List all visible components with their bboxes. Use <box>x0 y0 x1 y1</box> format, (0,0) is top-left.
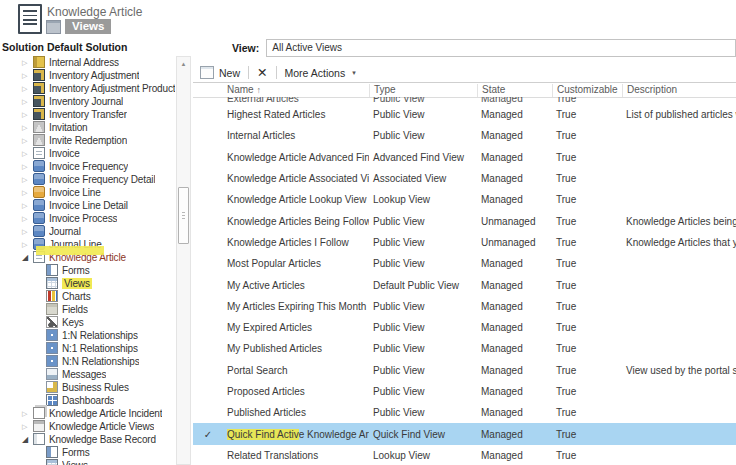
grid-row-internal-articles[interactable]: Internal ArticlesPublic ViewManagedTrue <box>193 125 736 146</box>
tree-item-knowledge-article-incident[interactable]: ▷Knowledge Article Incident <box>0 407 175 420</box>
collapsed-expander-icon[interactable]: ▷ <box>22 70 33 81</box>
notebook-icon <box>33 82 45 94</box>
tree-item-dashboards[interactable]: Dashboards <box>0 394 175 407</box>
tree-item-forms[interactable]: Forms <box>0 446 175 459</box>
grid-row-knowledge-articles-i-follow[interactable]: Knowledge Articles I FollowPublic ViewUn… <box>193 232 736 253</box>
collapsed-expander-icon[interactable]: ▷ <box>22 96 33 107</box>
tree-item-invoice-line[interactable]: ▷Invoice Line <box>0 186 175 199</box>
collapsed-expander-icon[interactable]: ▷ <box>22 213 33 224</box>
tree-item-invoice-frequency-detail[interactable]: ▷Invoice Frequency Detail <box>0 173 175 186</box>
tree-item-label: Messages <box>62 369 106 380</box>
tree-item-views[interactable]: Views <box>0 277 175 290</box>
expanded-expander-icon[interactable]: ◢ <box>22 434 33 445</box>
grid-body: External ArticlesPublic ViewManagedTrueH… <box>193 97 736 465</box>
tree-item-label: Dashboards <box>62 395 114 406</box>
grid-row-knowledge-article-associated-view[interactable]: Knowledge Article Associated ViewAssocia… <box>193 168 736 189</box>
collapsed-expander-icon[interactable]: ▷ <box>22 161 33 172</box>
tree-item-messages[interactable]: Messages <box>0 368 175 381</box>
collapsed-expander-icon[interactable]: ▷ <box>22 421 33 432</box>
column-header-type[interactable]: Type <box>369 84 477 97</box>
tree-item-invoice-line-detail[interactable]: ▷Invoice Line Detail <box>0 199 175 212</box>
entity-blue-icon <box>33 160 45 172</box>
tree-item-knowledge-base-record[interactable]: ◢Knowledge Base Record <box>0 433 175 446</box>
grid-row-quick-find-active-knowledge-articl[interactable]: ✓Quick Find Active Knowledge Articl...Qu… <box>193 423 736 444</box>
grid-row-external-articles[interactable]: External ArticlesPublic ViewManagedTrue <box>193 97 736 104</box>
grid-row-my-expired-articles[interactable]: My Expired ArticlesPublic ViewManagedTru… <box>193 317 736 338</box>
tree-item-inventory-transfer[interactable]: ▷Inventory Transfer <box>0 108 175 121</box>
expanded-expander-icon[interactable]: ◢ <box>22 252 33 263</box>
page-icon <box>33 147 45 159</box>
delete-button[interactable]: ✕ <box>257 65 267 80</box>
grid-row-most-popular-articles[interactable]: Most Popular ArticlesPublic ViewManagedT… <box>193 253 736 274</box>
cell-type: Default Public View <box>369 280 477 291</box>
collapsed-expander-icon[interactable]: ▷ <box>22 200 33 211</box>
tree-item-journal[interactable]: ▷Journal <box>0 225 175 238</box>
scroll-up-icon[interactable]: ▲ <box>177 57 190 71</box>
cell-state: Managed <box>477 450 552 461</box>
tree-item-fields[interactable]: Fields <box>0 303 175 316</box>
collapsed-expander-icon[interactable]: ▷ <box>22 122 33 133</box>
grid-row-knowledge-articles-being-followed[interactable]: Knowledge Articles Being FollowedPublic … <box>193 210 736 231</box>
grid-row-published-articles[interactable]: Published ArticlesPublic ViewManagedTrue <box>193 402 736 423</box>
tree-item-invitation[interactable]: ▷Invitation <box>0 121 175 134</box>
column-header-description[interactable]: Description <box>622 84 736 97</box>
tree-item-knowledge-article-views[interactable]: ▷Knowledge Article Views <box>0 420 175 433</box>
tree-item-invoice-frequency[interactable]: ▷Invoice Frequency <box>0 160 175 173</box>
grid-row-highest-rated-articles[interactable]: Highest Rated ArticlesPublic ViewManaged… <box>193 104 736 125</box>
cell-customizable: True <box>552 322 622 333</box>
tree-item-invoice-process[interactable]: ▷Invoice Process <box>0 212 175 225</box>
grid-row-my-articles-expiring-this-month[interactable]: My Articles Expiring This MonthPublic Vi… <box>193 296 736 317</box>
collapsed-expander-icon[interactable]: ▷ <box>22 174 33 185</box>
collapsed-expander-icon[interactable]: ▷ <box>22 239 33 250</box>
grid-row-proposed-articles[interactable]: Proposed ArticlesPublic ViewManagedTrue <box>193 381 736 402</box>
collapsed-expander-icon[interactable]: ▷ <box>22 187 33 198</box>
tree-item-label: Journal Line <box>49 239 102 250</box>
tree-item-internal-address[interactable]: ▷Internal Address <box>0 56 175 69</box>
collapsed-expander-icon[interactable]: ▷ <box>22 109 33 120</box>
tree-item-n-n-relationships[interactable]: N:N Relationships <box>0 355 175 368</box>
tree-item-inventory-adjustment[interactable]: ▷Inventory Adjustment <box>0 69 175 82</box>
tree-item-invoice[interactable]: ▷Invoice <box>0 147 175 160</box>
cell-name: My Published Articles <box>223 343 369 354</box>
collapsed-expander-icon[interactable]: ▷ <box>22 83 33 94</box>
more-actions-button[interactable]: More Actions ▾ <box>285 67 356 79</box>
tree-item-n-1-relationships[interactable]: N:1 Relationships <box>0 342 175 355</box>
grid-row-knowledge-article-lookup-view[interactable]: Knowledge Article Lookup ViewLookup View… <box>193 189 736 210</box>
tree-item-views[interactable]: Views <box>0 459 175 465</box>
tree-item-business-rules[interactable]: Business Rules <box>0 381 175 394</box>
grid-row-my-published-articles[interactable]: My Published ArticlesPublic ViewManagedT… <box>193 338 736 359</box>
scrollbar-thumb[interactable] <box>178 187 189 244</box>
toolbar-separator <box>276 66 277 79</box>
cell-state: Managed <box>477 386 552 397</box>
tree-item-journal-line[interactable]: ▷Journal Line <box>0 238 175 251</box>
view-selector[interactable]: All Active Views <box>266 39 736 57</box>
tree-item-1-n-relationships[interactable]: 1:N Relationships <box>0 329 175 342</box>
collapsed-expander-icon[interactable]: ▷ <box>22 135 33 146</box>
tree-item-invite-redemption[interactable]: ▷Invite Redemption <box>0 134 175 147</box>
collapsed-expander-icon[interactable]: ▷ <box>22 408 33 419</box>
grid-row-knowledge-article-advanced-find[interactable]: Knowledge Article Advanced Find ...Advan… <box>193 147 736 168</box>
sidebar-scrollbar[interactable]: ▲ <box>176 56 191 465</box>
tree-item-forms[interactable]: Forms <box>0 264 175 277</box>
column-header-state[interactable]: State <box>477 84 552 97</box>
tree-item-inventory-journal[interactable]: ▷Inventory Journal <box>0 95 175 108</box>
forms-icon <box>46 264 58 276</box>
column-header-customizable[interactable]: Customizable <box>552 84 622 97</box>
key-icon <box>46 316 58 328</box>
collapsed-expander-icon[interactable]: ▷ <box>22 148 33 159</box>
solution-tree: ▷Internal Address▷Inventory Adjustment▷I… <box>0 56 175 465</box>
grid-row-my-active-articles[interactable]: My Active ArticlesDefault Public ViewMan… <box>193 274 736 295</box>
tree-item-inventory-adjustment-product[interactable]: ▷Inventory Adjustment Product <box>0 82 175 95</box>
views-icon <box>46 459 58 465</box>
cell-type: Public View <box>369 130 477 141</box>
grid-row-portal-search[interactable]: Portal SearchPublic ViewManagedTrueView … <box>193 360 736 381</box>
grid-row-related-translations[interactable]: Related TranslationsLookup ViewManagedTr… <box>193 445 736 465</box>
tree-item-keys[interactable]: Keys <box>0 316 175 329</box>
new-button[interactable]: New <box>200 66 240 79</box>
column-header-name[interactable]: Name ↑ <box>223 84 369 97</box>
collapsed-expander-icon[interactable]: ▷ <box>22 57 33 68</box>
tree-item-label: Invoice Process <box>49 213 117 224</box>
tree-item-charts[interactable]: Charts <box>0 290 175 303</box>
tree-item-label: Views <box>62 460 88 465</box>
collapsed-expander-icon[interactable]: ▷ <box>22 226 33 237</box>
